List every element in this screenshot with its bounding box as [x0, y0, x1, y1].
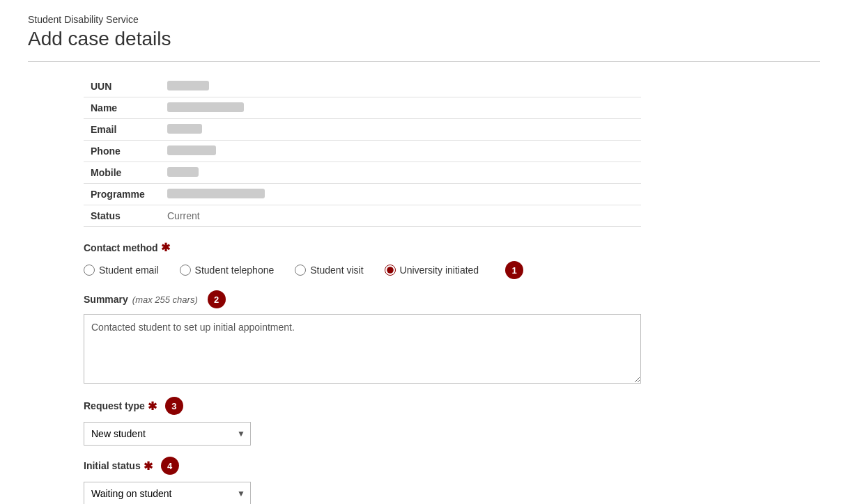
- step-badge-1: 1: [505, 261, 523, 279]
- header-divider: [28, 61, 820, 62]
- radio-input-university-initiated[interactable]: [385, 265, 396, 276]
- field-value-status: Current: [160, 205, 641, 227]
- step-badge-4: 4: [161, 457, 179, 475]
- initial-status-select-wrapper: Waiting on student Active Closed ▼: [84, 482, 251, 504]
- request-type-label: Request type ✱ 3: [84, 397, 641, 415]
- radio-label-student-visit: Student visit: [310, 265, 363, 276]
- contact-method-required: ✱: [161, 241, 170, 254]
- field-label-email: Email: [84, 119, 160, 141]
- request-type-label-text: Request type: [84, 400, 145, 411]
- radio-university-initiated[interactable]: University initiated: [385, 265, 479, 276]
- field-label-name: Name: [84, 97, 160, 119]
- request-type-select[interactable]: New student Returning student Other: [84, 422, 251, 446]
- table-row: Phone: [84, 141, 641, 162]
- page-title: Add case details: [28, 28, 820, 50]
- radio-label-student-email: Student email: [99, 265, 159, 276]
- step-badge-2: 2: [208, 290, 226, 308]
- table-row: Mobile: [84, 162, 641, 184]
- radio-student-email[interactable]: Student email: [84, 265, 159, 276]
- field-label-phone: Phone: [84, 141, 160, 162]
- contact-method-label: Contact method ✱: [84, 241, 641, 254]
- summary-label: Summary (max 255 chars) 2: [84, 290, 641, 308]
- radio-student-visit[interactable]: Student visit: [295, 265, 363, 276]
- field-value-mobile: [160, 162, 641, 184]
- table-row: UUN: [84, 76, 641, 97]
- field-label-uun: UUN: [84, 76, 160, 97]
- summary-label-text: Summary: [84, 294, 128, 305]
- radio-label-student-telephone: Student telephone: [195, 265, 275, 276]
- radio-input-student-email[interactable]: [84, 265, 95, 276]
- radio-student-telephone[interactable]: Student telephone: [180, 265, 275, 276]
- request-type-required: ✱: [148, 400, 157, 413]
- initial-status-select[interactable]: Waiting on student Active Closed: [84, 482, 251, 504]
- summary-textarea[interactable]: Contacted student to set up initial appo…: [84, 314, 641, 384]
- field-label-mobile: Mobile: [84, 162, 160, 184]
- summary-sublabel: (max 255 chars): [132, 294, 198, 305]
- request-type-section: Request type ✱ 3 New student Returning s…: [84, 397, 641, 446]
- field-value-email: [160, 119, 641, 141]
- contact-method-radio-group: Student email Student telephone Student …: [84, 261, 641, 279]
- field-value-uun: [160, 76, 641, 97]
- initial-status-required: ✱: [144, 459, 153, 473]
- step-badge-3: 3: [165, 397, 183, 415]
- table-row: Name: [84, 97, 641, 119]
- form-section: Contact method ✱ Student email Student t…: [84, 241, 641, 504]
- field-value-phone: [160, 141, 641, 162]
- field-label-programme: Programme: [84, 184, 160, 205]
- field-value-programme: [160, 184, 641, 205]
- radio-input-student-telephone[interactable]: [180, 265, 191, 276]
- field-value-name: [160, 97, 641, 119]
- contact-method-label-text: Contact method: [84, 242, 158, 253]
- radio-input-student-visit[interactable]: [295, 265, 306, 276]
- initial-status-section: Initial status ✱ 4 Waiting on student Ac…: [84, 457, 641, 504]
- initial-status-label-text: Initial status: [84, 460, 141, 471]
- student-info-table: UUN Name Email Phone Mobile Programme: [84, 76, 641, 227]
- table-row: Email: [84, 119, 641, 141]
- request-type-select-wrapper: New student Returning student Other ▼: [84, 422, 251, 446]
- field-label-status: Status: [84, 205, 160, 227]
- radio-label-university-initiated: University initiated: [400, 265, 479, 276]
- table-row: Status Current: [84, 205, 641, 227]
- initial-status-label: Initial status ✱ 4: [84, 457, 641, 475]
- service-name: Student Disability Service: [28, 14, 820, 25]
- table-row: Programme: [84, 184, 641, 205]
